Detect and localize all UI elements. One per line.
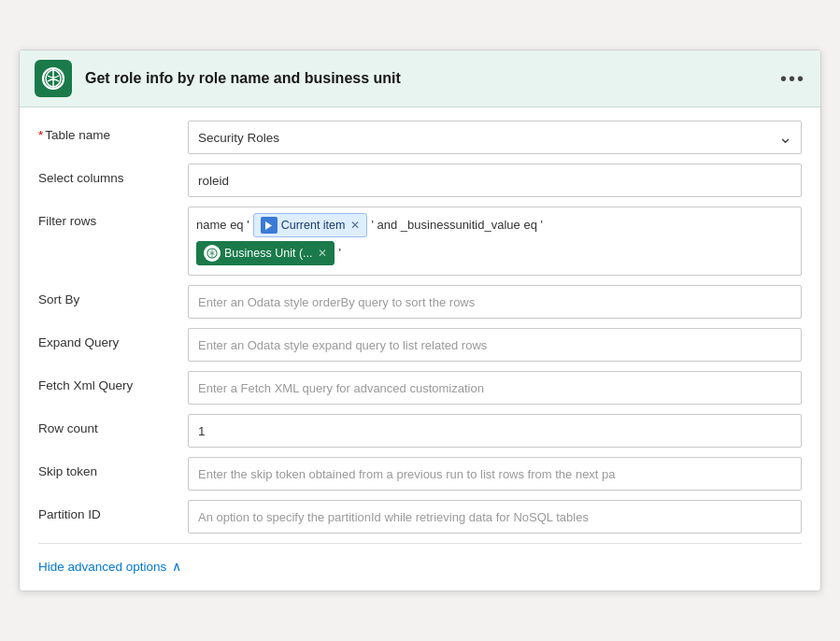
partition-id-row: Partition ID bbox=[38, 500, 802, 534]
select-columns-input[interactable]: roleid bbox=[188, 164, 802, 197]
current-item-chip-close[interactable]: ✕ bbox=[350, 217, 360, 234]
window-title: Get role info by role name and business … bbox=[85, 70, 767, 87]
skip-token-row: Skip token bbox=[38, 457, 802, 491]
current-item-chip[interactable]: Current item ✕ bbox=[253, 213, 368, 237]
card-header: Get role info by role name and business … bbox=[20, 50, 820, 107]
business-unit-chip[interactable]: Business Unit (... ✕ bbox=[196, 241, 335, 265]
expand-query-row: Expand Query bbox=[38, 328, 802, 362]
filter-rows-row: Filter rows name eq ' Current item ✕ ' a… bbox=[38, 207, 802, 276]
filter-rows-field[interactable]: name eq ' Current item ✕ ' and _business… bbox=[188, 207, 802, 276]
fetch-xml-row: Fetch Xml Query bbox=[38, 371, 802, 405]
filter-row-2: Business Unit (... ✕ ' bbox=[196, 241, 793, 265]
filter-row-1: name eq ' Current item ✕ ' and _business… bbox=[196, 213, 793, 237]
main-card: Get role info by role name and business … bbox=[19, 50, 821, 591]
row-count-input[interactable]: 1 bbox=[188, 414, 802, 448]
chevron-up-icon: ∧ bbox=[172, 559, 181, 574]
table-name-select-wrapper: Security Roles ⌄ bbox=[188, 121, 802, 154]
filter-prefix-text: name eq ' bbox=[196, 216, 249, 235]
fetch-xml-input[interactable] bbox=[188, 371, 802, 405]
app-logo bbox=[35, 60, 72, 97]
sort-by-row: Sort By bbox=[38, 285, 802, 319]
select-columns-row: Select columns roleid bbox=[38, 164, 802, 197]
filter-rows-label: Filter rows bbox=[38, 207, 188, 228]
filter-trailing-quote: ' bbox=[338, 244, 340, 263]
partition-id-label: Partition ID bbox=[38, 500, 188, 521]
business-unit-chip-label: Business Unit (... bbox=[224, 245, 312, 263]
filter-mid-text: ' and _businessunitid_value eq ' bbox=[371, 216, 543, 235]
hide-advanced-button[interactable]: Hide advanced options ∧ bbox=[38, 553, 802, 574]
table-name-row: *Table name Security Roles ⌄ bbox=[38, 121, 802, 154]
skip-token-input[interactable] bbox=[188, 457, 802, 491]
row-count-row: Row count 1 bbox=[38, 414, 802, 448]
select-columns-label: Select columns bbox=[38, 164, 188, 185]
hide-advanced-label: Hide advanced options bbox=[38, 560, 166, 574]
sort-by-input[interactable] bbox=[188, 285, 802, 319]
dataverse-chip-logo bbox=[204, 245, 221, 262]
expand-query-input[interactable] bbox=[188, 328, 802, 362]
fetch-xml-label: Fetch Xml Query bbox=[38, 371, 188, 392]
expand-query-label: Expand Query bbox=[38, 328, 188, 349]
table-name-label: *Table name bbox=[38, 121, 188, 142]
skip-token-label: Skip token bbox=[38, 457, 188, 478]
more-options-button[interactable]: ••• bbox=[780, 68, 805, 90]
table-name-select[interactable]: Security Roles bbox=[188, 121, 802, 154]
divider bbox=[38, 543, 802, 544]
required-indicator: * bbox=[38, 128, 43, 142]
row-count-label: Row count bbox=[38, 414, 188, 435]
partition-id-input[interactable] bbox=[188, 500, 802, 534]
flow-icon bbox=[261, 217, 278, 234]
current-item-chip-label: Current item bbox=[281, 217, 346, 235]
business-unit-chip-close[interactable]: ✕ bbox=[318, 245, 327, 262]
card-body: *Table name Security Roles ⌄ Select colu… bbox=[20, 107, 820, 591]
sort-by-label: Sort By bbox=[38, 285, 188, 306]
